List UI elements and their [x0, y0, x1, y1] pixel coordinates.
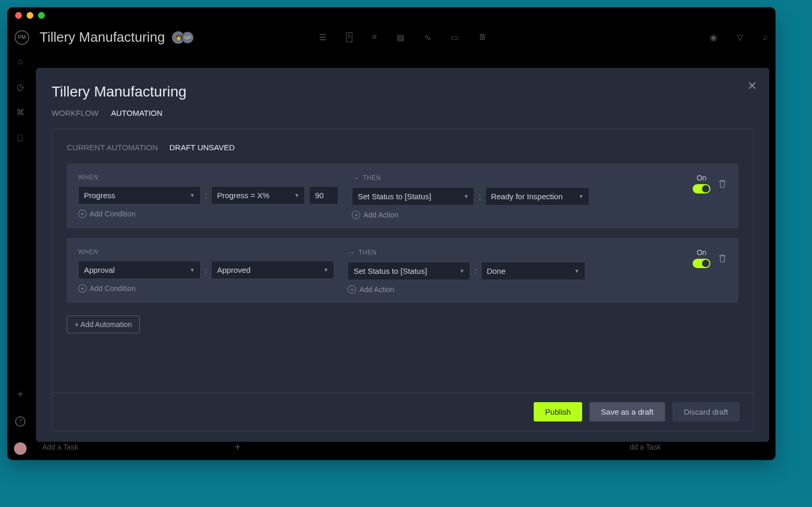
add-action-button[interactable]: + Add Action — [352, 211, 589, 219]
avatar-group[interactable]: 🧑 GP — [172, 31, 194, 44]
rules-list: WHEN Progress ▼ : Progress = X% ▼ — [52, 163, 753, 392]
automation-panel: CURRENT AUTOMATION DRAFT UNSAVED WHEN Pr… — [52, 129, 754, 431]
activity-view-icon[interactable]: ∿ — [424, 32, 431, 42]
clock-icon[interactable]: ◷ — [17, 82, 24, 92]
window-maximize-button[interactable] — [38, 12, 45, 19]
tab-workflow[interactable]: WORKFLOW — [52, 108, 99, 117]
plus-circle-icon: + — [352, 211, 360, 219]
dialog-title: Tillery Manufacturing — [52, 83, 754, 100]
when-operator-value: Approved — [217, 265, 250, 274]
arrow-right-icon: → — [348, 248, 355, 257]
then-value-select[interactable]: Ready for Inspection ▼ — [485, 187, 589, 206]
left-sidebar: ⌂ ◷ ⌘ ⎕ + ? — [7, 52, 33, 460]
automation-rule: WHEN Progress ▼ : Progress = X% ▼ — [67, 163, 739, 228]
add-condition-label: Add Condition — [90, 284, 136, 293]
when-trigger-value: Progress — [84, 191, 115, 200]
add-action-label: Add Action — [363, 211, 398, 219]
then-value: Done — [487, 267, 506, 275]
enable-toggle[interactable] — [693, 184, 710, 194]
toggle-label: On — [697, 174, 707, 182]
chevron-down-icon: ▼ — [294, 192, 300, 198]
trash-icon[interactable] — [718, 254, 727, 263]
then-action-value: Set Status to [Status] — [358, 192, 431, 201]
when-section: WHEN Progress ▼ : Progress = X% ▼ — [78, 174, 338, 218]
project-title: Tillery Manufacturing — [40, 29, 165, 45]
add-condition-button[interactable]: + Add Condition — [78, 284, 334, 293]
visibility-icon[interactable]: ◉ — [710, 32, 717, 42]
add-condition-label: Add Condition — [90, 210, 136, 218]
add-task-left[interactable]: Add a Task — [36, 443, 78, 451]
when-operator-value: Progress = X% — [217, 191, 269, 200]
chevron-down-icon: ▼ — [190, 267, 195, 273]
app-window: PM Tillery Manufacturing 🧑 GP ☰ || ≡ ▤ ∿… — [7, 7, 776, 460]
when-trigger-select[interactable]: Approval ▼ — [78, 261, 201, 279]
top-toolbar: PM Tillery Manufacturing 🧑 GP ☰ || ≡ ▤ ∿… — [7, 23, 776, 52]
add-action-label: Add Action — [359, 285, 394, 294]
dialog-footer: Publish Save as a draft Discard draft — [52, 392, 753, 431]
add-task-plus-icon[interactable]: + — [235, 441, 241, 453]
then-action-value: Set Status to [Status] — [353, 267, 427, 275]
add-condition-button[interactable]: + Add Condition — [78, 210, 338, 218]
discard-draft-button[interactable]: Discard draft — [672, 402, 740, 421]
window-minimize-button[interactable] — [27, 12, 33, 19]
add-automation-label: + Add Automation — [75, 320, 132, 329]
then-action-select[interactable]: Set Status to [Status] ▼ — [352, 187, 474, 206]
then-value: Ready for Inspection — [491, 192, 563, 201]
chevron-down-icon: ▼ — [460, 268, 465, 274]
arrow-right-icon: → — [352, 174, 360, 182]
view-switcher: ☰ || ≡ ▤ ∿ ▭ 🗎 — [319, 32, 487, 42]
add-action-button[interactable]: + Add Action — [348, 285, 585, 294]
board-view-icon[interactable]: || — [346, 32, 352, 42]
user-avatar[interactable] — [14, 442, 27, 455]
add-task-right[interactable]: dd a Task — [630, 443, 661, 451]
window-close-button[interactable] — [15, 12, 22, 19]
filter-icon[interactable]: ▽ — [737, 32, 743, 42]
trash-icon[interactable] — [718, 179, 727, 188]
window-titlebar — [7, 7, 776, 23]
help-icon[interactable]: ? — [15, 416, 26, 427]
toolbar-right: ◉ ▽ ⌕ — [710, 32, 768, 42]
chevron-down-icon: ▼ — [579, 194, 584, 199]
when-value-input[interactable] — [309, 186, 338, 204]
chevron-down-icon: ▼ — [574, 268, 580, 274]
search-icon[interactable]: ⌕ — [763, 32, 768, 42]
when-operator-select[interactable]: Progress = X% ▼ — [211, 186, 305, 204]
colon-separator: : — [474, 267, 476, 276]
then-value-select[interactable]: Done ▼ — [481, 262, 585, 280]
when-trigger-select[interactable]: Progress ▼ — [78, 186, 201, 204]
colon-separator: : — [205, 191, 207, 200]
when-label: WHEN — [78, 248, 334, 256]
people-icon[interactable]: ⌘ — [16, 107, 24, 117]
gantt-view-icon[interactable]: ≡ — [372, 32, 377, 42]
rule-controls: On — [693, 174, 727, 194]
colon-separator: : — [205, 265, 207, 275]
toggle-label: On — [697, 248, 707, 257]
list-view-icon[interactable]: ☰ — [319, 32, 326, 42]
file-view-icon[interactable]: 🗎 — [478, 32, 487, 42]
colon-separator: : — [478, 192, 481, 201]
add-icon[interactable]: + — [17, 389, 23, 401]
rule-controls: On — [693, 248, 727, 268]
home-icon[interactable]: ⌂ — [18, 57, 23, 66]
when-operator-select[interactable]: Approved ▼ — [211, 261, 334, 279]
app-logo[interactable]: PM — [15, 30, 29, 45]
dialog-tabs: WORKFLOW AUTOMATION — [52, 108, 754, 117]
save-draft-button[interactable]: Save as a draft — [589, 402, 665, 421]
then-label: THEN — [363, 174, 381, 182]
subtab-current-automation[interactable]: CURRENT AUTOMATION — [67, 143, 158, 152]
when-label: WHEN — [78, 174, 338, 181]
publish-button[interactable]: Publish — [534, 402, 582, 421]
chevron-down-icon: ▼ — [464, 194, 469, 199]
enable-toggle[interactable] — [693, 259, 710, 268]
then-action-select[interactable]: Set Status to [Status] ▼ — [348, 262, 470, 280]
plus-circle-icon: + — [78, 210, 87, 218]
calendar-view-icon[interactable]: ▭ — [451, 32, 459, 42]
sheet-view-icon[interactable]: ▤ — [397, 32, 404, 42]
subtab-draft-unsaved[interactable]: DRAFT UNSAVED — [169, 143, 235, 152]
close-icon[interactable]: ✕ — [747, 79, 757, 93]
add-automation-button[interactable]: + Add Automation — [67, 316, 140, 333]
automation-subtabs: CURRENT AUTOMATION DRAFT UNSAVED — [52, 129, 753, 163]
briefcase-icon[interactable]: ⎕ — [18, 133, 23, 142]
then-section: →THEN Set Status to [Status] ▼ : Ready f… — [352, 174, 589, 219]
tab-automation[interactable]: AUTOMATION — [111, 108, 163, 117]
